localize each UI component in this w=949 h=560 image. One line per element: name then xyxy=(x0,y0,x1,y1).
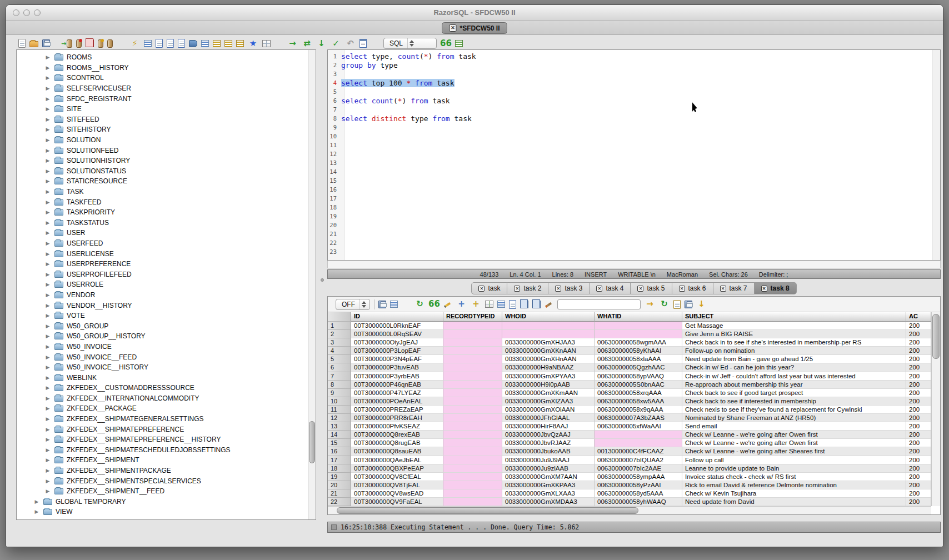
database-icon[interactable] xyxy=(107,39,113,48)
editor-line[interactable]: 23 xyxy=(328,247,932,256)
sidebar-item-taskstatus[interactable]: ▶TASKSTATUS xyxy=(17,218,308,228)
grid-cell[interactable] xyxy=(595,431,682,439)
grid-cell[interactable]: 006300000058yPzAAI xyxy=(595,481,682,489)
row-number[interactable]: 16 xyxy=(328,447,351,456)
document-tab[interactable]: ✕ *SFDCW50 II xyxy=(442,22,507,34)
row-number[interactable]: 7 xyxy=(328,372,351,381)
disclosure-triangle-icon[interactable]: ▶ xyxy=(44,344,51,349)
grid-cell[interactable]: 200 xyxy=(906,422,931,431)
disclosure-triangle-icon[interactable]: ▶ xyxy=(44,478,51,484)
rollback-icon[interactable]: ↶ xyxy=(345,38,356,49)
grid-cell[interactable] xyxy=(443,347,502,355)
sidebar-item-zkfedex-shipmategeneralsettings[interactable]: ▶ZKFEDEX__SHIPMATEGENERALSETTINGS xyxy=(17,414,308,424)
sidebar-item-scontrol[interactable]: ▶SCONTROL xyxy=(17,73,308,83)
disclosure-triangle-icon[interactable]: ▶ xyxy=(44,178,51,184)
grid-cell[interactable]: 00T3000000QV8CfEAL xyxy=(351,473,443,481)
grid-cell[interactable] xyxy=(595,439,682,447)
grid-cell[interactable] xyxy=(443,447,502,456)
title-bar[interactable]: RazorSQL - SFDCW50 II xyxy=(6,5,943,21)
column-header-SUBJECT[interactable]: SUBJECT xyxy=(682,312,906,322)
grid-cell[interactable]: 006300000058wgmAAA xyxy=(595,338,682,347)
open-file-icon[interactable] xyxy=(29,41,38,47)
sidebar-item-staticresource[interactable]: ▶STATICRESOURCE xyxy=(17,176,308,187)
sql-history-icon[interactable] xyxy=(359,39,367,48)
grid-cell[interactable]: 006300000058x9qAAA xyxy=(595,406,682,414)
sidebar-item-user[interactable]: ▶USER xyxy=(17,228,308,238)
row-number[interactable]: 14 xyxy=(328,431,351,439)
table-row[interactable]: 1000T3000000POeAnEAL0033000000GmXIZAA300… xyxy=(328,397,931,406)
disclosure-triangle-icon[interactable]: ▶ xyxy=(44,261,51,267)
grid-cell[interactable]: 0033000000H9aNBAAZ xyxy=(502,363,595,372)
disclosure-triangle-icon[interactable]: ▶ xyxy=(44,158,51,163)
grid-cell[interactable]: 00630000007bIc2AAE xyxy=(595,464,682,473)
close-result-tab-icon[interactable]: ✕ xyxy=(720,286,726,292)
editor-horizontal-scrollbar[interactable] xyxy=(327,261,941,268)
grid-cell[interactable]: Follow up call xyxy=(682,456,906,464)
grid-cell[interactable]: 00T3000000OiyJgEAJ xyxy=(351,338,443,347)
reload-table-icon[interactable] xyxy=(485,301,493,308)
table-row[interactable]: 900T3000000P47LYEAZ0033000000GmXKmAAN006… xyxy=(328,389,931,397)
grid-cell[interactable]: 00T3000000P3N4pEAF xyxy=(351,355,443,363)
row-number[interactable]: 17 xyxy=(328,456,351,464)
grid-cell[interactable]: 200 xyxy=(906,498,931,506)
row-number[interactable]: 11 xyxy=(328,406,351,414)
grid-cell[interactable]: 006300000058yKhAAI xyxy=(595,347,682,355)
sidebar-item-zkfedex-shipmatepreference-history[interactable]: ▶ZKFEDEX__SHIPMATEPREFERENCE__HISTORY xyxy=(17,434,308,445)
grid-cell[interactable]: 0033000000GmXPYAA3 xyxy=(502,372,595,381)
disclosure-triangle-icon[interactable]: ▶ xyxy=(44,251,51,257)
grid-cell[interactable] xyxy=(443,397,502,406)
grid-cell[interactable]: 0033000000HirF8AAJ xyxy=(502,422,595,431)
editor-line[interactable]: 10 xyxy=(328,132,932,141)
disclosure-triangle-icon[interactable]: ▶ xyxy=(44,117,51,122)
grid-cell[interactable] xyxy=(443,355,502,363)
disclosure-triangle-icon[interactable]: ▶ xyxy=(44,406,51,411)
grid-cell[interactable]: 00T3000000P3yrbEAB xyxy=(351,372,443,381)
editor-line[interactable]: 9 xyxy=(328,123,932,132)
grid-cell[interactable]: Need update from David xyxy=(682,498,906,506)
grid-cell[interactable]: 00630000007A3bZAAS xyxy=(595,414,682,422)
close-result-tab-icon[interactable]: ✕ xyxy=(761,286,767,292)
close-tab-icon[interactable]: ✕ xyxy=(449,24,456,32)
grid-cell[interactable]: 00T3000000PREZaEAP xyxy=(351,406,443,414)
column-header-ID[interactable]: ID xyxy=(351,312,443,322)
close-result-tab-icon[interactable]: ✕ xyxy=(478,286,485,292)
result-tab-task-6[interactable]: ✕task 6 xyxy=(672,282,713,294)
grid-cell[interactable]: 0033000000GmXIZAA3 xyxy=(502,397,595,406)
grid-cell[interactable] xyxy=(443,330,502,338)
save-grid-icon[interactable] xyxy=(685,301,692,308)
row-number[interactable]: 3 xyxy=(328,338,351,347)
sidebar-item-sfdc-registrant[interactable]: ▶SFDC_REGISTRANT xyxy=(17,93,308,104)
sidebar-item-weblink[interactable]: ▶WEBLINK xyxy=(17,372,308,383)
editor-line[interactable]: 3 xyxy=(328,69,932,78)
grid-cell[interactable]: 200 xyxy=(906,397,931,406)
grid-cell[interactable]: Leanne to provide update to Bain xyxy=(682,464,906,473)
describe-table-icon[interactable] xyxy=(213,40,221,47)
grid-cell[interactable]: Nominated by Shane Freeman at ANZ (HR50) xyxy=(682,414,906,422)
grid-horizontal-scrollbar[interactable] xyxy=(328,506,931,514)
row-number[interactable]: 2 xyxy=(328,330,351,338)
export-data-icon[interactable] xyxy=(156,39,163,48)
grid-cell[interactable]: 00T3000000L0RqSEAV xyxy=(351,330,443,338)
table-contents-icon[interactable] xyxy=(201,40,209,47)
column-header-WHOID[interactable]: WHOID xyxy=(502,312,595,322)
grid-cell[interactable]: 00T3000000QV8TjEAL xyxy=(351,481,443,489)
column-header-WHATID[interactable]: WHATID xyxy=(595,312,682,322)
grid-cell[interactable]: 006300000058xrqAAA xyxy=(595,389,682,397)
grid-cell[interactable]: 00T3000000P46qnEAB xyxy=(351,381,443,389)
grid-cell[interactable]: Check nexis to see if they've found a re… xyxy=(682,406,906,414)
grid-cell[interactable]: Check back to see if interested in membe… xyxy=(682,397,906,406)
editor-line[interactable]: 11 xyxy=(328,141,932,149)
grid-cell[interactable]: 00630000005xfWaAAI xyxy=(595,422,682,431)
grid-cell[interactable]: 0033000000JbvQzAAJ xyxy=(502,431,595,439)
table-row[interactable]: 100T3000000L0RknEAFGet Massage200 xyxy=(328,322,931,330)
sidebar-item-solutionhistory[interactable]: ▶SOLUTIONHISTORY xyxy=(17,156,308,166)
sql-editor[interactable]: 1select type, count(*) from task2group b… xyxy=(327,49,941,261)
row-number[interactable]: 12 xyxy=(328,414,351,422)
sidebar-item-taskpriority[interactable]: ▶TASKPRIORITY xyxy=(17,207,308,218)
result-tab-task-2[interactable]: ✕task 2 xyxy=(507,282,548,294)
grid-cell[interactable] xyxy=(443,414,502,422)
sidebar-item-rooms[interactable]: ▶ROOMS xyxy=(17,52,308,63)
table-row[interactable]: 400T3000000P3LopEAF0033000000GmXKnAAN006… xyxy=(328,347,931,355)
disconnect-database-icon[interactable] xyxy=(76,39,82,48)
disclosure-triangle-icon[interactable]: ▶ xyxy=(44,86,51,91)
